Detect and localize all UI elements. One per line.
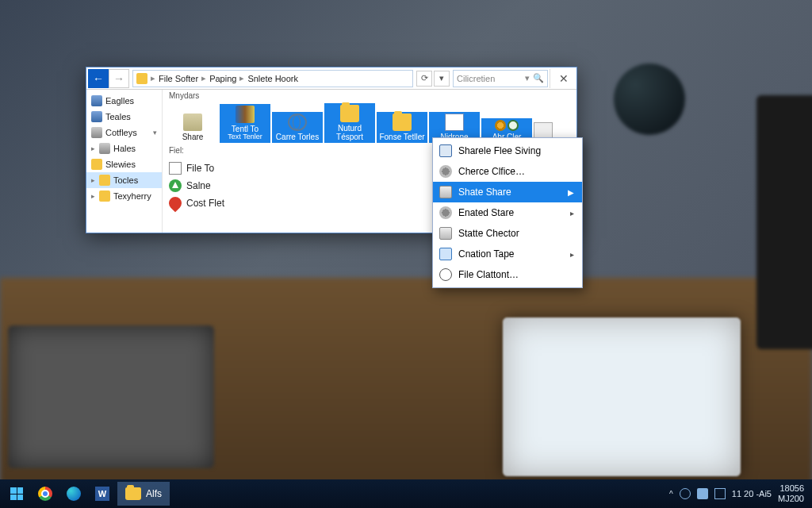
- ctx-item-file-clattont[interactable]: File Clattont…: [433, 264, 582, 285]
- expand-icon: ▸: [91, 144, 96, 152]
- context-menu: Sharele Flee Siving Cherce Clfice… Shate…: [432, 137, 583, 288]
- search-placeholder: Cilicretien: [457, 74, 495, 83]
- sidebar-item-texyherry[interactable]: ▸ Texyherry: [86, 188, 162, 204]
- document-icon: [169, 162, 182, 175]
- ctx-item-sharele[interactable]: Sharele Flee Siving: [433, 140, 582, 161]
- tool-label: Carre Torles: [276, 133, 319, 141]
- folder-icon: [99, 175, 110, 186]
- file-name: File To: [186, 163, 214, 174]
- chevron-down-icon: ▾: [525, 73, 530, 83]
- screen-icon: [439, 144, 452, 157]
- taskbar-word[interactable]: W: [89, 482, 116, 506]
- folder-icon: [91, 159, 102, 170]
- sidebar-item-tocles[interactable]: ▸ Tocles: [86, 172, 162, 188]
- folder-icon: [125, 487, 141, 500]
- start-button[interactable]: [3, 482, 30, 506]
- tray-overflow-icon[interactable]: ^: [669, 490, 673, 498]
- folder-icon: [136, 73, 147, 84]
- system-tray[interactable]: ^ 11 20 -Ai5 18056 MJ200: [669, 483, 809, 503]
- tray-text: 11 20 -Ai5: [732, 489, 772, 498]
- sidebar-item-slewies[interactable]: Slewies: [86, 156, 162, 172]
- ctx-item-cherce[interactable]: Cherce Clfice…: [433, 161, 582, 182]
- breadcrumb[interactable]: ▸ File Softer ▸ Paping ▸ Snlete Hoork: [132, 70, 413, 87]
- tool-tentl-to[interactable]: Tentl To Text Tenler: [220, 104, 270, 143]
- edge-icon: [67, 487, 81, 501]
- word-icon: W: [95, 487, 109, 501]
- taskbar-clock[interactable]: 18056 MJ200: [778, 483, 804, 503]
- library-icon: [91, 95, 102, 106]
- tool-nuturd[interactable]: Nuturd Tésport: [324, 103, 375, 143]
- background-lamp: [614, 64, 685, 135]
- tray-icon[interactable]: [714, 488, 726, 499]
- expand-icon: ▸: [91, 176, 96, 184]
- titlebar: ← → ▸ File Softer ▸ Paping ▸ Snlete Hoor…: [86, 67, 576, 90]
- tool-fonse[interactable]: Fonse Tetller: [377, 112, 427, 143]
- tool-share[interactable]: Share: [167, 112, 218, 143]
- refresh-button[interactable]: ⟳: [416, 71, 432, 87]
- tool-carre-torles[interactable]: Carre Torles: [272, 112, 323, 143]
- breadcrumb-part[interactable]: Snlete Hoork: [247, 74, 298, 83]
- taskbar-edge[interactable]: [60, 482, 87, 506]
- drive-icon: [439, 186, 452, 198]
- ctx-label: Statte Chector: [458, 228, 519, 239]
- stack-icon: [91, 127, 102, 138]
- ctx-label: Sharele Flee Siving: [458, 145, 541, 156]
- drive-icon: [439, 227, 452, 240]
- clock-line: MJ200: [778, 494, 804, 504]
- ctx-label: File Clattont…: [458, 269, 519, 280]
- sidebar-item-label: Slewies: [105, 160, 136, 169]
- taskbar-chrome[interactable]: [32, 482, 59, 506]
- ctx-item-shate-share[interactable]: Shate Share ▶: [433, 182, 582, 202]
- tool-sublabel: Text Tenler: [228, 133, 262, 141]
- breadcrumb-part[interactable]: File Softer: [159, 74, 198, 83]
- sidebar-item-cotfleys[interactable]: Cotfleys ▾: [86, 125, 162, 140]
- dropdown-button[interactable]: ▾: [434, 71, 450, 87]
- taskbar: W Alfs ^ 11 20 -Ai5 18056 MJ200: [0, 479, 812, 508]
- sidebar-item-label: Hales: [113, 144, 136, 153]
- search-input[interactable]: Cilicretien ▾ 🔍: [453, 70, 548, 87]
- library-icon: [91, 111, 102, 122]
- task-label: Alfs: [146, 488, 162, 499]
- file-name: Cost Flet: [186, 198, 224, 209]
- sidebar: Eaglles Teales Cotfleys ▾ ▸ Hales Slewie…: [86, 90, 163, 233]
- sidebar-item-teales[interactable]: Teales: [86, 109, 162, 125]
- tray-icon[interactable]: [680, 488, 691, 499]
- chevron-right-icon: ▸: [570, 250, 574, 259]
- sidebar-item-eaglles[interactable]: Eaglles: [86, 93, 162, 109]
- breadcrumb-part[interactable]: Paping: [209, 74, 236, 83]
- ctx-label: Cnation Tape: [458, 248, 515, 260]
- gear-icon: [495, 120, 506, 131]
- clock-icon: [508, 120, 519, 131]
- ctx-label: Enated Stare: [458, 207, 514, 218]
- background-laptop-left: [8, 325, 214, 468]
- chevron-right-icon: ▶: [568, 188, 574, 197]
- ctx-item-enated[interactable]: Enated Stare ▸: [433, 202, 582, 223]
- folder-icon: [393, 114, 412, 131]
- taskbar-active-task[interactable]: Alfs: [117, 482, 170, 506]
- books-icon: [236, 106, 255, 123]
- chevron-down-icon: ▾: [153, 129, 157, 137]
- monitor-icon: [439, 248, 452, 260]
- file-name: Salne: [186, 180, 211, 191]
- ctx-item-cnation[interactable]: Cnation Tape ▸: [433, 244, 582, 264]
- gear-icon: [439, 206, 452, 219]
- clock-icon: [439, 268, 452, 281]
- ctx-label: Cherce Clfice…: [458, 166, 525, 177]
- background-speaker: [756, 95, 812, 349]
- play-icon: [169, 179, 182, 192]
- window-close-button[interactable]: ✕: [550, 69, 576, 88]
- sidebar-item-label: Teales: [105, 112, 131, 121]
- tool-label: Share: [182, 133, 204, 141]
- sidebar-item-label: Cotfleys: [105, 128, 137, 137]
- folder-icon: [340, 105, 359, 122]
- nav-forward-button[interactable]: →: [109, 69, 129, 88]
- chrome-icon: [38, 487, 52, 501]
- ctx-item-statte[interactable]: Statte Chector: [433, 223, 582, 244]
- globe-icon: [288, 114, 307, 131]
- nav-back-button[interactable]: ←: [88, 69, 109, 88]
- chevron-right-icon: ▸: [570, 209, 574, 217]
- tray-icon[interactable]: [697, 488, 708, 499]
- page-icon: [445, 114, 464, 131]
- sidebar-item-label: Eaglles: [105, 96, 134, 106]
- sidebar-item-hales[interactable]: ▸ Hales: [86, 140, 162, 156]
